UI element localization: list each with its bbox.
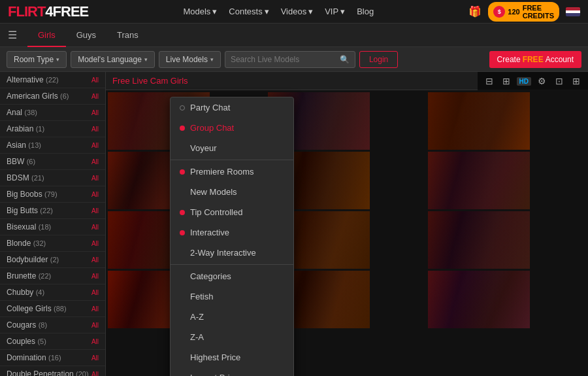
sidebar-item-asian[interactable]: Asian (13) All — [0, 137, 105, 154]
sidebar-item-all[interactable]: All — [91, 224, 99, 231]
dropdown-lowest-price[interactable]: Lowest Price — [171, 367, 293, 376]
dropdown-item-label: 2-Way Interactive — [190, 248, 256, 258]
large-grid-icon[interactable]: ⊡ — [553, 75, 566, 88]
dropdown-item-label: Lowest Price — [190, 373, 238, 376]
search-bar[interactable]: 🔍 — [225, 51, 355, 68]
sidebar-item-bisexual[interactable]: Bisexual (18) All — [0, 219, 105, 235]
sidebar-item-all[interactable]: All — [91, 273, 99, 280]
sidebar-item-double-penetration[interactable]: Double Penetration (20) All — [0, 366, 105, 376]
dropdown-a-z[interactable]: A-Z — [171, 307, 293, 327]
nav-vip[interactable]: VIP ▾ — [325, 7, 345, 16]
filter-bar: Room Type ▾ Model's Language ▾ Live Mode… — [0, 47, 588, 72]
dropdown-voyeur[interactable]: Voyeur — [171, 138, 293, 158]
dropdown-tip-controlled[interactable]: Tip Controlled — [171, 202, 293, 222]
tab-girls[interactable]: Girls — [27, 24, 66, 47]
dropdown-party-chat[interactable]: Party Chat — [171, 97, 293, 118]
credits-number: 120 — [508, 8, 519, 16]
sidebar-item-blonde[interactable]: Blonde (32) All — [0, 235, 105, 252]
dropdown-2way-interactive[interactable]: 2-Way Interactive — [171, 243, 293, 263]
sidebar-item-all[interactable]: All — [91, 289, 99, 296]
sidebar-item-big-boobs[interactable]: Big Boobs (79) All — [0, 186, 105, 203]
gender-tabs: Girls Guys Trans — [27, 24, 149, 47]
video-thumb-12[interactable] — [428, 271, 530, 328]
sidebar-item-domination[interactable]: Domination (16) All — [0, 350, 105, 366]
sidebar-item-american-girls[interactable]: American Girls (6) All — [0, 88, 105, 105]
dropdown-new-models[interactable]: New Models — [171, 182, 293, 202]
list-view-icon[interactable]: ⊟ — [483, 75, 496, 88]
tab-guys[interactable]: Guys — [66, 24, 106, 47]
sidebar-item-all[interactable]: All — [91, 354, 99, 362]
video-thumb-3[interactable] — [428, 92, 530, 150]
credits-badge[interactable]: $ 120 FREECREDITS — [488, 2, 559, 22]
live-models-label: Live Models — [166, 55, 208, 64]
nav-videos[interactable]: Videos ▾ — [281, 7, 314, 16]
medium-grid-icon[interactable]: ⊞ — [500, 75, 513, 88]
sidebar-item-all[interactable]: All — [91, 371, 99, 377]
nav-models[interactable]: Models ▾ — [183, 7, 217, 16]
dropdown-item-label: Z-A — [190, 332, 204, 342]
room-type-dropdown: Party Chat Group Chat Voyeur Premiere Ro… — [170, 97, 294, 376]
sidebar-item-all[interactable]: All — [91, 126, 99, 133]
sidebar-item-all[interactable]: All — [91, 109, 99, 116]
dropdown-item-label: Highest Price — [190, 352, 240, 362]
sidebar-item-bodybuilder[interactable]: Bodybuilder (2) All — [0, 252, 105, 268]
hamburger-icon[interactable]: ☰ — [8, 29, 17, 41]
sidebar-item-all[interactable]: All — [91, 158, 99, 165]
sidebar-item-all[interactable]: All — [91, 142, 99, 149]
small-grid-icon[interactable]: ⊞ — [570, 75, 583, 88]
sidebar-item-all[interactable]: All — [91, 191, 99, 198]
sidebar-item-bbw[interactable]: BBW (6) All — [0, 154, 105, 170]
filter-icon[interactable]: ⚙ — [535, 75, 549, 88]
sidebar-item-cougars[interactable]: Cougars (8) All — [0, 317, 105, 333]
login-button[interactable]: Login — [359, 51, 398, 68]
sidebar-item-all[interactable]: All — [91, 207, 99, 214]
sidebar-item-bdsm[interactable]: BDSM (21) All — [0, 170, 105, 186]
sidebar-item-arabian[interactable]: Arabian (1) All — [0, 121, 105, 137]
logo-white: 4FREE — [45, 3, 88, 20]
dropdown-highest-price[interactable]: Highest Price — [171, 347, 293, 367]
sidebar-item-all[interactable]: All — [91, 322, 99, 329]
hd-filter[interactable]: HD — [517, 77, 531, 86]
dropdown-divider-2 — [171, 264, 293, 265]
room-type-filter[interactable]: Room Type ▾ — [7, 51, 67, 68]
dropdown-group-chat[interactable]: Group Chat — [171, 118, 293, 138]
main-nav-links: Models ▾ Contests ▾ Videos ▾ VIP ▾ Blog — [183, 7, 374, 16]
dropdown-item-label: Group Chat — [190, 123, 234, 133]
sidebar-item-alternative[interactable]: Alternative (22) All — [0, 72, 105, 88]
sidebar-item-name: Couples (5) — [7, 337, 91, 346]
dropdown-premiere-rooms[interactable]: Premiere Rooms — [171, 162, 293, 182]
sidebar-item-all[interactable]: All — [91, 305, 99, 313]
tab-trans[interactable]: Trans — [106, 24, 149, 47]
dropdown-z-a[interactable]: Z-A — [171, 327, 293, 347]
sidebar-item-name: Double Penetration (20) — [7, 369, 91, 376]
sidebar-item-college-girls[interactable]: College Girls (88) All — [0, 301, 105, 317]
sidebar-item-chubby[interactable]: Chubby (4) All — [0, 284, 105, 301]
search-input[interactable] — [231, 55, 340, 64]
sidebar-item-all[interactable]: All — [91, 338, 99, 345]
video-thumb-9[interactable] — [428, 211, 530, 269]
sidebar-item-couples[interactable]: Couples (5) All — [0, 333, 105, 350]
dropdown-categories[interactable]: Categories — [171, 266, 293, 286]
sidebar-item-all[interactable]: All — [91, 77, 99, 84]
nav-contests[interactable]: Contests ▾ — [229, 7, 269, 16]
sidebar-item-all[interactable]: All — [91, 93, 99, 100]
dropdown-fetish[interactable]: Fetish — [171, 286, 293, 307]
room-type-arrow: ▾ — [56, 56, 59, 63]
sidebar-item-anal[interactable]: Anal (38) All — [0, 105, 105, 121]
country-flag[interactable] — [566, 7, 580, 16]
sidebar-item-all[interactable]: All — [91, 256, 99, 264]
live-models-filter[interactable]: Live Models ▾ — [159, 51, 221, 68]
sidebar-item-all[interactable]: All — [91, 240, 99, 247]
sidebar-item-brunette[interactable]: Brunette (22) All — [0, 268, 105, 284]
model-language-filter[interactable]: Model's Language ▾ — [71, 51, 155, 68]
gift-icon[interactable]: 🎁 — [468, 5, 482, 18]
dropdown-interactive[interactable]: Interactive — [171, 222, 293, 243]
sidebar-item-big-butts[interactable]: Big Butts (22) All — [0, 203, 105, 219]
nav-blog[interactable]: Blog — [357, 7, 374, 16]
logo[interactable]: FLIRT4FREE — [8, 3, 88, 20]
dropdown-item-label: New Models — [190, 187, 237, 197]
create-account-button[interactable]: Create FREE Account — [489, 51, 581, 68]
sidebar-item-name: Bisexual (18) — [7, 222, 91, 231]
sidebar-item-all[interactable]: All — [91, 175, 99, 182]
video-thumb-6[interactable] — [428, 152, 530, 209]
